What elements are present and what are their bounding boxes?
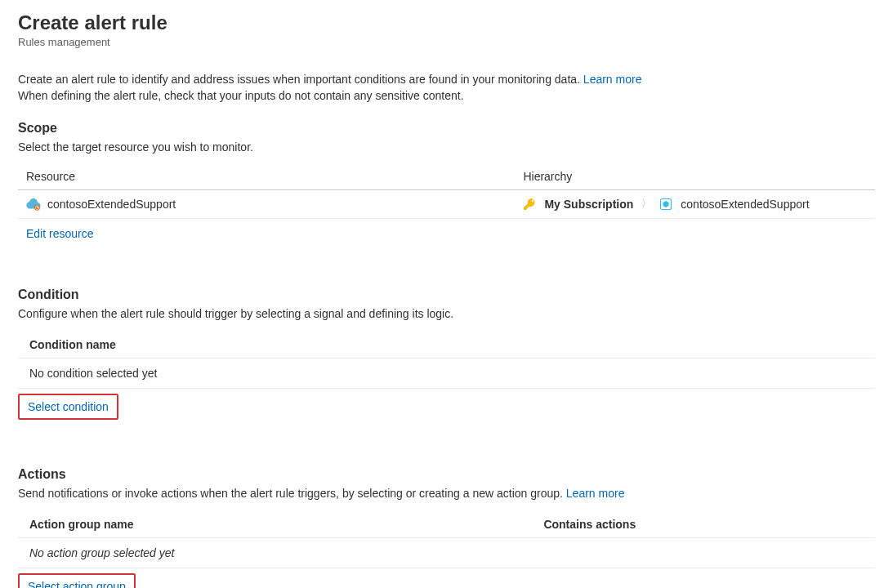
intro-line1: Create an alert rule to identify and add… bbox=[18, 73, 583, 86]
intro-learn-more-link[interactable]: Learn more bbox=[583, 73, 642, 86]
scope-table: Resource Hierarchy bbox=[18, 165, 875, 219]
actions-description: Send notifications or invoke actions whe… bbox=[18, 487, 875, 500]
scope-subscription-name: My Subscription bbox=[544, 198, 633, 211]
page-title: Create alert rule bbox=[18, 11, 875, 34]
condition-row: No condition selected yet bbox=[18, 358, 875, 388]
actions-col-name: Action group name bbox=[18, 511, 532, 538]
scope-row: contosoExtendedSupport My Subscription 〉 bbox=[18, 189, 875, 218]
condition-empty-text: No condition selected yet bbox=[18, 358, 875, 388]
actions-empty-text: No action group selected yet bbox=[18, 537, 875, 568]
condition-col-name: Condition name bbox=[18, 332, 875, 359]
condition-description: Configure when the alert rule should tri… bbox=[18, 307, 875, 320]
intro-line2: When defining the alert rule, check that… bbox=[18, 89, 464, 102]
key-icon bbox=[523, 198, 536, 211]
intro-text: Create an alert rule to identify and add… bbox=[18, 71, 875, 105]
edit-resource-link[interactable]: Edit resource bbox=[26, 227, 93, 240]
actions-table: Action group name Contains actions No ac… bbox=[18, 511, 875, 568]
scope-col-resource: Resource bbox=[18, 165, 515, 190]
condition-heading: Condition bbox=[18, 287, 875, 302]
scope-resource-group-name: contosoExtendedSupport bbox=[681, 198, 809, 211]
page-subtitle: Rules management bbox=[18, 36, 875, 48]
actions-col-contains: Contains actions bbox=[532, 511, 875, 538]
actions-heading: Actions bbox=[18, 467, 875, 482]
actions-desc-text: Send notifications or invoke actions whe… bbox=[18, 487, 566, 500]
select-condition-button[interactable]: Select condition bbox=[18, 394, 118, 420]
scope-description: Select the target resource you wish to m… bbox=[18, 140, 875, 154]
scope-resource-name: contosoExtendedSupport bbox=[47, 198, 176, 211]
scope-col-hierarchy: Hierarchy bbox=[515, 165, 875, 190]
scope-heading: Scope bbox=[18, 121, 875, 136]
select-action-group-label: Select action group bbox=[28, 580, 126, 588]
resource-group-icon bbox=[659, 198, 672, 211]
condition-table: Condition name No condition selected yet bbox=[18, 332, 875, 389]
actions-row: No action group selected yet bbox=[18, 537, 875, 568]
chevron-right-icon: 〉 bbox=[641, 197, 651, 211]
select-condition-label: Select condition bbox=[28, 400, 109, 413]
select-action-group-button[interactable]: Select action group bbox=[18, 573, 136, 588]
actions-learn-more-link[interactable]: Learn more bbox=[566, 487, 625, 500]
cloud-service-icon bbox=[26, 197, 41, 212]
